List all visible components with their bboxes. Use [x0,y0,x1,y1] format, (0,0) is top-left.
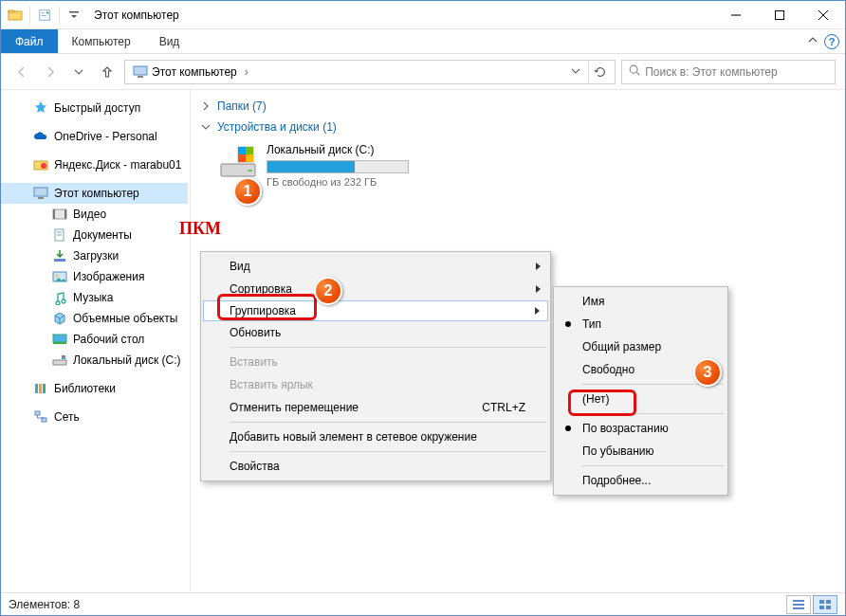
downloads-icon [52,248,67,263]
ctx2-item-descending[interactable]: По убыванию [556,440,726,462]
ctx2-item-total-size[interactable]: Общий размер [556,335,726,358]
separator [582,413,724,414]
ctx-item-paste-shortcut: Вставить ярлык [203,373,548,396]
address-segment-thispc[interactable]: Этот компьютер [129,61,241,83]
sidebar-item-videos[interactable]: Видео [1,204,188,225]
ribbon-collapse-icon[interactable] [807,34,818,48]
sidebar-item-downloads[interactable]: Загрузки [1,245,188,266]
window-title: Этот компьютер [94,9,179,22]
sidebar-item-music[interactable]: Музыка [1,287,188,308]
sidebar-label: Объемные объекты [73,312,177,325]
ctx2-item-ascending[interactable]: По возрастанию [556,417,726,440]
svg-rect-45 [819,600,824,604]
properties-qat-icon[interactable] [36,5,53,26]
sidebar-label: Этот компьютер [54,187,139,200]
sidebar-item-3d-objects[interactable]: Объемные объекты [1,308,188,329]
svg-point-10 [630,65,637,73]
recent-dropdown-icon[interactable] [67,61,90,83]
svg-rect-39 [246,147,253,154]
status-bar: Элементов: 8 [1,592,845,615]
svg-line-11 [636,72,639,75]
svg-rect-43 [793,604,804,606]
view-tiles-button[interactable] [813,595,837,614]
sidebar-label: OneDrive - Personal [54,130,157,143]
submenu-arrow-icon [535,307,540,315]
search-placeholder: Поиск в: Этот компьютер [645,65,777,79]
drive-icon [52,353,67,368]
svg-rect-34 [42,418,46,422]
ribbon-tab-file[interactable]: Файл [1,29,58,53]
ctx-item-refresh[interactable]: Обновить [203,321,548,344]
close-button[interactable] [801,1,845,29]
sidebar-item-local-disk-c[interactable]: Локальный диск (C:) [1,350,188,371]
chevron-down-icon [200,122,212,132]
ctx-item-view[interactable]: Вид [203,255,548,278]
svg-rect-4 [42,15,46,16]
view-details-button[interactable] [786,595,811,614]
refresh-icon[interactable] [588,61,611,83]
address-dropdown-icon[interactable] [565,65,586,79]
ctx-item-add-network-location[interactable]: Добавить новый элемент в сетевое окружен… [203,426,548,448]
minimize-button[interactable] [714,1,758,29]
pictures-icon [52,269,67,284]
svg-rect-32 [43,384,46,393]
shortcut-label: CTRL+Z [482,401,525,414]
navigation-pane: Быстрый доступ OneDrive - Personal Яндек… [1,90,191,592]
ctx-item-sort[interactable]: Сортировка [203,278,548,300]
svg-rect-25 [53,335,66,342]
svg-rect-22 [54,259,65,262]
group-header-folders[interactable]: Папки (7) [200,96,836,117]
ribbon-tab-view[interactable]: Вид [145,29,194,53]
sidebar-item-pictures[interactable]: Изображения [1,266,188,287]
content-area[interactable]: Папки (7) Устройства и диски (1) [191,90,845,592]
drive-tile-c[interactable]: Локальный диск (C:) ГБ свободно из 232 Г… [219,143,437,188]
ctx-item-undo-move[interactable]: Отменить перемещениеCTRL+Z [203,396,548,419]
ctx2-item-none[interactable]: (Нет) [556,388,726,410]
up-button[interactable] [96,61,119,83]
sidebar-item-quick-access[interactable]: Быстрый доступ [1,98,188,118]
svg-rect-17 [53,209,55,219]
group-header-devices[interactable]: Устройства и диски (1) [200,117,836,137]
separator [582,384,724,385]
drive-usage-bar [267,160,409,173]
separator [59,7,60,24]
breadcrumb-separator-icon[interactable]: › [243,65,250,79]
context-menu-group-by: Имя Тип Общий размер Свободно (Нет) По в… [553,286,728,496]
sidebar-item-libraries[interactable]: Библиотеки [1,378,188,399]
sidebar-item-onedrive[interactable]: OneDrive - Personal [1,126,188,147]
ctx-item-group[interactable]: Группировка [203,300,548,321]
sidebar-item-network[interactable]: Сеть [1,407,188,427]
sidebar-item-desktop[interactable]: Рабочий стол [1,329,188,350]
separator [582,465,724,466]
svg-rect-46 [826,600,831,604]
sidebar-item-this-pc[interactable]: Этот компьютер [1,183,188,204]
ribbon-tab-computer[interactable]: Компьютер [58,29,145,53]
sidebar-label: Быстрый доступ [54,101,140,115]
ctx2-item-more[interactable]: Подробнее... [556,469,726,492]
sidebar-item-documents[interactable]: Документы [1,225,188,245]
ctx-item-properties[interactable]: Свойства [203,455,548,478]
documents-icon [52,227,67,243]
ctx2-item-type[interactable]: Тип [556,313,726,335]
submenu-arrow-icon [536,285,541,293]
separator [230,451,546,452]
svg-rect-47 [819,606,824,609]
help-icon[interactable]: ? [824,34,839,49]
search-box[interactable]: Поиск в: Этот компьютер [621,60,836,84]
address-bar[interactable]: Этот компьютер › [124,60,616,84]
maximize-button[interactable] [758,1,801,29]
svg-rect-6 [731,14,741,15]
sidebar-label: Сеть [54,410,80,424]
svg-rect-41 [246,154,253,162]
qat-dropdown-icon[interactable] [65,5,83,26]
sidebar-label: Изображения [73,270,144,283]
svg-rect-8 [134,66,147,75]
back-button[interactable] [10,61,33,83]
svg-rect-3 [42,12,46,13]
forward-button[interactable] [39,61,62,83]
ctx2-item-name[interactable]: Имя [556,290,726,313]
radio-bullet-icon [565,426,571,431]
svg-point-24 [56,275,59,278]
ctx2-item-free-space[interactable]: Свободно [556,358,726,381]
sidebar-item-yandex-disk[interactable]: Яндекс.Диск - marabu01 [1,154,188,175]
